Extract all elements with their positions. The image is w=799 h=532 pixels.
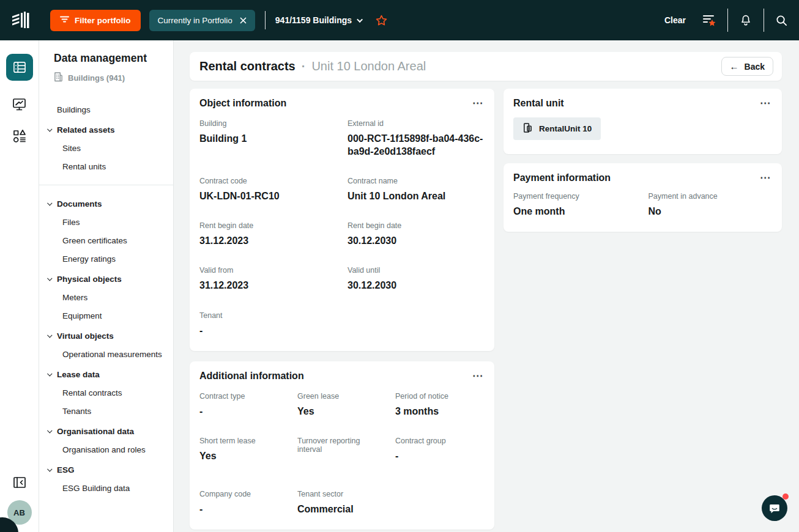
favourite-star-icon[interactable]	[375, 14, 388, 27]
more-menu-icon[interactable]: ⋯	[471, 371, 485, 381]
page-title: Data management	[54, 52, 173, 65]
topbar-divider	[727, 9, 728, 32]
sidebar-item-files[interactable]: Files	[39, 213, 173, 231]
field-tenant-sector: Tenant sector Commercial	[297, 490, 387, 515]
portfolio-chip-label: Currently in Portfolio	[158, 16, 232, 25]
dashboards-nav-icon[interactable]	[12, 97, 27, 112]
sidebar-context-label: Buildings (941)	[68, 73, 125, 83]
field-turnover-reporting-interval: Turnover reporting interval	[297, 437, 387, 471]
back-button-label: Back	[745, 62, 765, 72]
chat-widget-button[interactable]	[762, 495, 787, 521]
payment-information-card: Payment information ⋯ Payment frequency …	[504, 163, 782, 232]
back-button[interactable]: ← Back	[721, 57, 773, 76]
sidebar-section-virtual-objects[interactable]: Virtual objects	[39, 327, 173, 345]
topbar-right-actions: Clear	[664, 9, 788, 32]
field-building: Building Building 1	[199, 119, 336, 158]
search-icon[interactable]	[775, 14, 788, 27]
sidebar-item-rental-units[interactable]: Rental units	[39, 157, 173, 175]
page-header-bar: Rental contracts · Unit 10 London Areal …	[190, 52, 782, 81]
field-green-lease: Green lease Yes	[297, 392, 387, 418]
field-payment-frequency: Payment frequency One month	[513, 192, 637, 218]
sidebar-context: Buildings (941)	[54, 72, 173, 84]
topbar-divider	[764, 9, 764, 32]
notifications-bell-icon[interactable]	[739, 13, 753, 27]
chevron-down-icon	[47, 333, 52, 338]
field-valid-until: Valid until 30.12.2030	[347, 266, 485, 292]
card-title: Object information	[199, 98, 286, 109]
chevron-down-icon	[47, 428, 52, 433]
app-logo-icon[interactable]	[7, 7, 33, 33]
chevron-down-icon	[47, 201, 52, 205]
sidebar-section-physical-objects[interactable]: Physical objects	[39, 270, 173, 288]
more-menu-icon[interactable]: ⋯	[471, 98, 485, 108]
filter-portfolio-label: Filter portfolio	[75, 16, 131, 25]
chevron-down-icon	[47, 276, 52, 281]
portfolio-filter-chip[interactable]: Currently in Portfolio	[149, 10, 255, 31]
sidebar-nav: Buildings Related assets Sites Rental un…	[39, 100, 173, 497]
topbar: Filter portfolio Currently in Portfolio …	[0, 0, 799, 40]
filter-icon	[60, 15, 69, 25]
notification-dot	[782, 493, 789, 500]
sidebar: Data management Buildings (941) Building…	[39, 40, 174, 532]
buildings-count-label: 941/1159 Buildings	[275, 15, 352, 25]
filter-portfolio-button[interactable]: Filter portfolio	[50, 10, 141, 31]
title-separator: ·	[302, 59, 306, 73]
buildings-count-selector[interactable]: 941/1159 Buildings	[275, 15, 363, 25]
sidebar-item-operational-measurements[interactable]: Operational measurements	[39, 345, 173, 363]
sidebar-item-rental-contracts[interactable]: Rental contracts	[39, 383, 173, 402]
sidebar-section-related-assets[interactable]: Related assets	[39, 120, 173, 139]
page-header-title: Rental contracts	[199, 59, 295, 73]
field-rent-begin-date: Rent begin date 31.12.2023	[199, 221, 336, 247]
back-arrow-icon: ←	[730, 62, 739, 71]
icon-rail: AB	[0, 40, 39, 532]
field-tenant: Tenant -	[199, 311, 336, 337]
sidebar-divider	[39, 185, 173, 185]
sidebar-item-green-certificates[interactable]: Green certificates	[39, 231, 173, 249]
rental-unit-card: Rental unit ⋯ RentalUnit 10	[504, 89, 782, 154]
sidebar-item-sites[interactable]: Sites	[39, 139, 173, 157]
field-external-id: External id 000-RCT-1f15898f-ba04-436c-b…	[347, 119, 485, 158]
close-icon[interactable]	[240, 17, 247, 24]
sidebar-item-organisation-and-roles[interactable]: Organisation and roles	[39, 440, 173, 459]
field-valid-from: Valid from 31.12.2023	[199, 266, 336, 292]
sidebar-item-tenants[interactable]: Tenants	[39, 402, 173, 420]
chevron-down-icon	[357, 17, 363, 23]
chevron-down-icon	[47, 127, 52, 131]
field-short-term-lease: Short term lease Yes	[199, 437, 289, 471]
rental-unit-chip-label: RentalUnit 10	[539, 124, 592, 133]
rental-unit-icon	[522, 122, 533, 135]
field-rent-begin-date-2: Rent begin date 30.12.2030	[347, 221, 485, 247]
building-icon	[54, 72, 63, 84]
sidebar-section-organisational-data[interactable]: Organisational data	[39, 422, 173, 440]
chevron-down-icon	[47, 371, 52, 376]
topbar-divider	[265, 11, 266, 29]
field-contract-group: Contract group -	[395, 437, 485, 471]
field-company-code: Company code -	[199, 490, 289, 515]
rental-unit-chip[interactable]: RentalUnit 10	[513, 117, 601, 140]
sidebar-item-energy-ratings[interactable]: Energy ratings	[39, 249, 173, 268]
sidebar-item-esg-building-data[interactable]: ESG Building data	[39, 479, 173, 497]
chevron-down-icon	[47, 467, 52, 471]
sidebar-section-esg[interactable]: ESG	[39, 460, 173, 479]
sidebar-item-meters[interactable]: Meters	[39, 288, 173, 306]
saved-filters-icon[interactable]	[702, 13, 716, 28]
card-title: Payment information	[513, 172, 611, 183]
object-information-card: Object information ⋯ Building Building 1…	[190, 89, 494, 351]
sidebar-section-lease-data[interactable]: Lease data	[39, 365, 173, 383]
sidebar-section-documents[interactable]: Documents	[39, 194, 173, 213]
field-contract-code: Contract code UK-LDN-01-RC10	[199, 177, 336, 202]
data-management-nav-icon[interactable]	[6, 54, 33, 81]
field-period-of-notice: Period of notice 3 months	[395, 392, 485, 418]
sidebar-item-buildings[interactable]: Buildings	[39, 100, 173, 119]
field-contract-name: Contract name Unit 10 London Areal	[347, 177, 485, 202]
objects-nav-icon[interactable]	[12, 128, 27, 144]
additional-information-card: Additional information ⋯ Contract type -…	[190, 361, 494, 530]
sidebar-item-equipment[interactable]: Equipment	[39, 306, 173, 325]
more-menu-icon[interactable]: ⋯	[759, 172, 772, 183]
field-payment-in-advance: Payment in advance No	[648, 192, 773, 218]
collapse-sidebar-icon[interactable]	[12, 476, 27, 489]
clear-filters-button[interactable]: Clear	[664, 15, 686, 25]
more-menu-icon[interactable]: ⋯	[759, 98, 772, 108]
card-title: Rental unit	[513, 98, 564, 109]
main-content: Rental contracts · Unit 10 London Areal …	[174, 40, 799, 532]
